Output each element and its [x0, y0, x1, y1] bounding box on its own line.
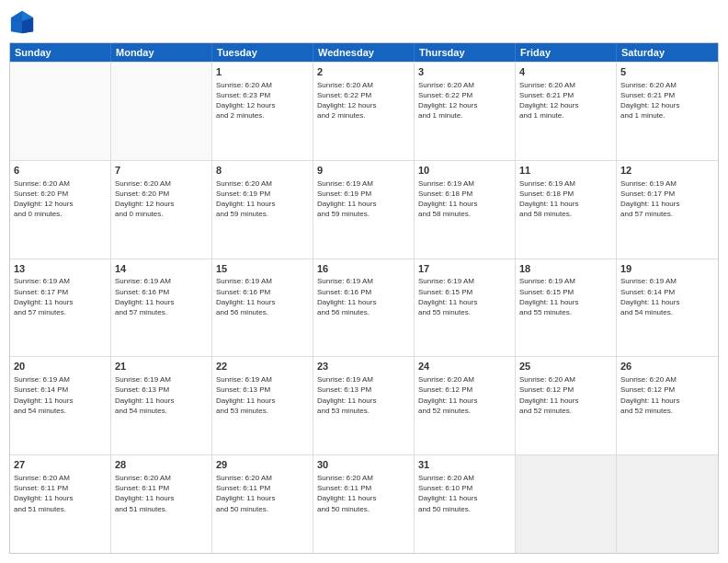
day-number: 21 — [115, 360, 208, 373]
calendar-cell-3-6: 26Sunrise: 6:20 AMSunset: 6:12 PMDayligh… — [617, 357, 718, 454]
cell-info: Sunrise: 6:19 AMSunset: 6:18 PMDaylight:… — [418, 178, 511, 220]
day-number: 20 — [14, 360, 107, 373]
cell-info: Sunrise: 6:20 AMSunset: 6:12 PMDaylight:… — [620, 374, 714, 416]
calendar-row-3: 20Sunrise: 6:19 AMSunset: 6:14 PMDayligh… — [10, 356, 718, 454]
calendar-cell-0-3: 2Sunrise: 6:20 AMSunset: 6:22 PMDaylight… — [313, 63, 415, 160]
day-number: 2 — [317, 65, 410, 79]
day-number: 3 — [418, 65, 511, 79]
day-number: 19 — [620, 262, 714, 276]
day-number: 27 — [14, 458, 107, 472]
calendar-body: 1Sunrise: 6:20 AMSunset: 6:23 PMDaylight… — [10, 62, 718, 553]
cell-info: Sunrise: 6:20 AMSunset: 6:12 PMDaylight:… — [418, 374, 511, 416]
cell-info: Sunrise: 6:20 AMSunset: 6:23 PMDaylight:… — [216, 80, 309, 121]
calendar-cell-1-1: 7Sunrise: 6:20 AMSunset: 6:20 PMDaylight… — [111, 161, 212, 259]
calendar-cell-3-2: 22Sunrise: 6:19 AMSunset: 6:13 PMDayligh… — [212, 357, 313, 454]
cell-info: Sunrise: 6:19 AMSunset: 6:14 PMDaylight:… — [14, 374, 107, 416]
calendar-cell-2-6: 19Sunrise: 6:19 AMSunset: 6:14 PMDayligh… — [617, 259, 718, 357]
weekday-header-wednesday: Wednesday — [313, 43, 415, 62]
calendar-cell-4-0: 27Sunrise: 6:20 AMSunset: 6:11 PMDayligh… — [10, 455, 111, 553]
logo-icon — [9, 9, 35, 35]
day-number: 31 — [418, 458, 511, 472]
calendar-row-4: 27Sunrise: 6:20 AMSunset: 6:11 PMDayligh… — [10, 454, 718, 553]
day-number: 22 — [216, 360, 309, 373]
page: SundayMondayTuesdayWednesdayThursdayFrid… — [0, 0, 728, 563]
calendar-cell-1-4: 10Sunrise: 6:19 AMSunset: 6:18 PMDayligh… — [415, 161, 516, 259]
calendar-cell-3-1: 21Sunrise: 6:19 AMSunset: 6:13 PMDayligh… — [111, 357, 212, 454]
calendar-row-2: 13Sunrise: 6:19 AMSunset: 6:17 PMDayligh… — [10, 259, 718, 357]
cell-info: Sunrise: 6:19 AMSunset: 6:13 PMDaylight:… — [216, 374, 309, 416]
cell-info: Sunrise: 6:20 AMSunset: 6:22 PMDaylight:… — [317, 80, 410, 121]
cell-info: Sunrise: 6:20 AMSunset: 6:21 PMDaylight:… — [620, 80, 714, 121]
calendar-cell-2-4: 17Sunrise: 6:19 AMSunset: 6:15 PMDayligh… — [415, 259, 516, 357]
day-number: 17 — [418, 262, 511, 276]
calendar-cell-3-4: 24Sunrise: 6:20 AMSunset: 6:12 PMDayligh… — [415, 357, 516, 454]
calendar-cell-1-5: 11Sunrise: 6:19 AMSunset: 6:18 PMDayligh… — [516, 161, 617, 259]
calendar-cell-1-6: 12Sunrise: 6:19 AMSunset: 6:17 PMDayligh… — [617, 161, 718, 259]
day-number: 1 — [216, 65, 309, 79]
cell-info: Sunrise: 6:20 AMSunset: 6:21 PMDaylight:… — [519, 80, 612, 121]
day-number: 6 — [14, 164, 107, 178]
cell-info: Sunrise: 6:19 AMSunset: 6:13 PMDaylight:… — [115, 374, 208, 416]
calendar-cell-3-3: 23Sunrise: 6:19 AMSunset: 6:13 PMDayligh… — [313, 357, 415, 454]
cell-info: Sunrise: 6:19 AMSunset: 6:16 PMDaylight:… — [216, 276, 309, 317]
cell-info: Sunrise: 6:20 AMSunset: 6:12 PMDaylight:… — [519, 374, 612, 416]
cell-info: Sunrise: 6:20 AMSunset: 6:11 PMDaylight:… — [216, 473, 309, 514]
day-number: 23 — [317, 360, 410, 373]
cell-info: Sunrise: 6:19 AMSunset: 6:17 PMDaylight:… — [620, 178, 714, 220]
calendar-cell-4-5 — [516, 455, 617, 553]
weekday-header-friday: Friday — [516, 43, 617, 62]
calendar-cell-4-6 — [617, 455, 718, 553]
calendar-cell-4-1: 28Sunrise: 6:20 AMSunset: 6:11 PMDayligh… — [111, 455, 212, 553]
calendar-cell-4-4: 31Sunrise: 6:20 AMSunset: 6:10 PMDayligh… — [415, 455, 516, 553]
calendar-row-1: 6Sunrise: 6:20 AMSunset: 6:20 PMDaylight… — [10, 160, 718, 259]
cell-info: Sunrise: 6:20 AMSunset: 6:11 PMDaylight:… — [317, 473, 410, 514]
day-number: 8 — [216, 164, 309, 178]
calendar: SundayMondayTuesdayWednesdayThursdayFrid… — [9, 42, 719, 554]
day-number: 14 — [115, 262, 208, 276]
day-number: 29 — [216, 458, 309, 472]
day-number: 12 — [620, 164, 714, 178]
cell-info: Sunrise: 6:20 AMSunset: 6:19 PMDaylight:… — [216, 178, 309, 220]
day-number: 4 — [519, 65, 612, 79]
cell-info: Sunrise: 6:20 AMSunset: 6:11 PMDaylight:… — [115, 473, 208, 514]
cell-info: Sunrise: 6:20 AMSunset: 6:10 PMDaylight:… — [418, 473, 511, 514]
calendar-cell-1-3: 9Sunrise: 6:19 AMSunset: 6:19 PMDaylight… — [313, 161, 415, 259]
cell-info: Sunrise: 6:20 AMSunset: 6:22 PMDaylight:… — [418, 80, 511, 121]
weekday-header-thursday: Thursday — [415, 43, 516, 62]
cell-info: Sunrise: 6:20 AMSunset: 6:11 PMDaylight:… — [14, 473, 107, 514]
cell-info: Sunrise: 6:19 AMSunset: 6:18 PMDaylight:… — [519, 178, 612, 220]
cell-info: Sunrise: 6:19 AMSunset: 6:17 PMDaylight:… — [14, 276, 107, 317]
cell-info: Sunrise: 6:20 AMSunset: 6:20 PMDaylight:… — [14, 178, 107, 220]
day-number: 28 — [115, 458, 208, 472]
calendar-cell-3-0: 20Sunrise: 6:19 AMSunset: 6:14 PMDayligh… — [10, 357, 111, 454]
calendar-cell-4-2: 29Sunrise: 6:20 AMSunset: 6:11 PMDayligh… — [212, 455, 313, 553]
weekday-header-sunday: Sunday — [10, 43, 111, 62]
day-number: 26 — [620, 360, 714, 373]
day-number: 30 — [317, 458, 410, 472]
calendar-cell-0-4: 3Sunrise: 6:20 AMSunset: 6:22 PMDaylight… — [415, 63, 516, 160]
weekday-header-monday: Monday — [111, 43, 212, 62]
calendar-cell-1-0: 6Sunrise: 6:20 AMSunset: 6:20 PMDaylight… — [10, 161, 111, 259]
cell-info: Sunrise: 6:20 AMSunset: 6:20 PMDaylight:… — [115, 178, 208, 220]
cell-info: Sunrise: 6:19 AMSunset: 6:15 PMDaylight:… — [519, 276, 612, 317]
cell-info: Sunrise: 6:19 AMSunset: 6:13 PMDaylight:… — [317, 374, 410, 416]
calendar-row-0: 1Sunrise: 6:20 AMSunset: 6:23 PMDaylight… — [10, 62, 718, 160]
weekday-header-saturday: Saturday — [617, 43, 718, 62]
calendar-cell-0-2: 1Sunrise: 6:20 AMSunset: 6:23 PMDaylight… — [212, 63, 313, 160]
day-number: 16 — [317, 262, 410, 276]
day-number: 5 — [620, 65, 714, 79]
calendar-cell-2-0: 13Sunrise: 6:19 AMSunset: 6:17 PMDayligh… — [10, 259, 111, 357]
day-number: 18 — [519, 262, 612, 276]
cell-info: Sunrise: 6:19 AMSunset: 6:15 PMDaylight:… — [418, 276, 511, 317]
calendar-cell-0-1 — [111, 63, 212, 160]
logo — [9, 9, 39, 35]
header — [9, 9, 719, 35]
weekday-header-tuesday: Tuesday — [212, 43, 313, 62]
day-number: 25 — [519, 360, 612, 373]
calendar-cell-3-5: 25Sunrise: 6:20 AMSunset: 6:12 PMDayligh… — [516, 357, 617, 454]
day-number: 11 — [519, 164, 612, 178]
calendar-cell-0-6: 5Sunrise: 6:20 AMSunset: 6:21 PMDaylight… — [617, 63, 718, 160]
cell-info: Sunrise: 6:19 AMSunset: 6:14 PMDaylight:… — [620, 276, 714, 317]
day-number: 9 — [317, 164, 410, 178]
calendar-cell-2-1: 14Sunrise: 6:19 AMSunset: 6:16 PMDayligh… — [111, 259, 212, 357]
